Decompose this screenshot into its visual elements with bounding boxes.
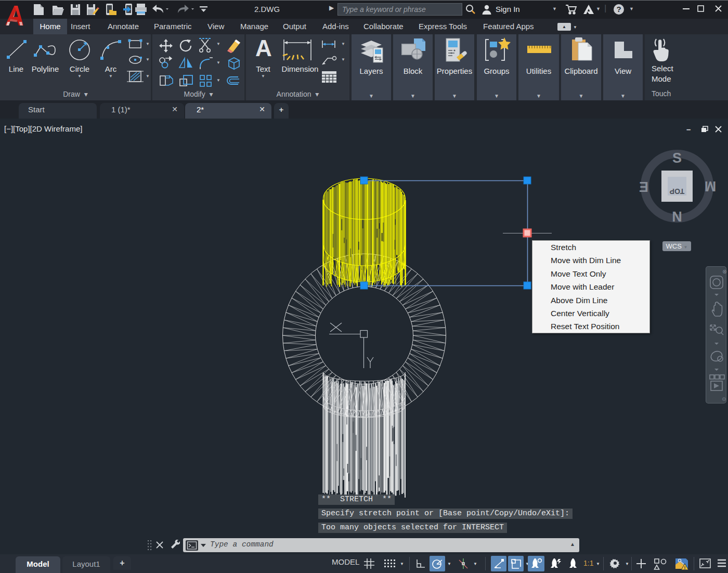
- svg-text:S: S: [672, 150, 682, 166]
- svg-text:N: N: [672, 209, 682, 225]
- svg-text:!: !: [684, 565, 686, 570]
- svg-text:⊖: ⊖: [722, 396, 726, 402]
- svg-text:?: ?: [616, 5, 621, 14]
- svg-text:⊗: ⊗: [722, 268, 727, 275]
- svg-text:E: E: [639, 179, 648, 195]
- svg-text:M: M: [705, 178, 716, 194]
- svg-text:TOP: TOP: [670, 187, 685, 196]
